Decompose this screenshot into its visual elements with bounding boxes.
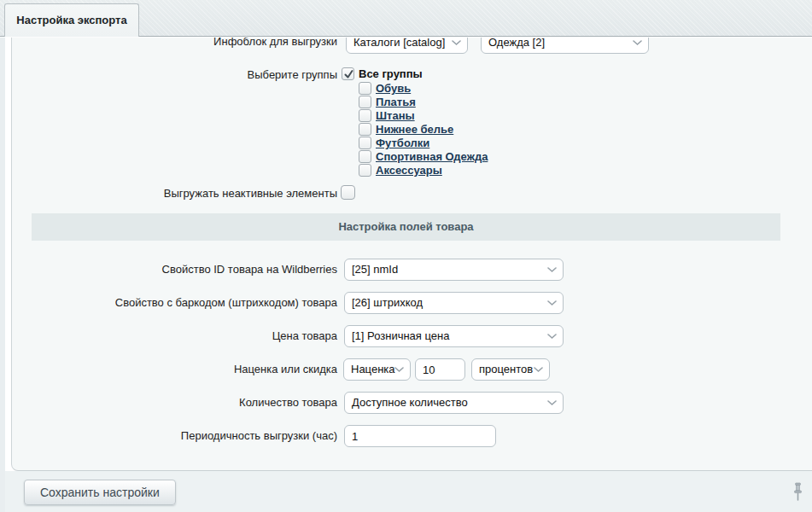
- export-settings-form: Инфоблок для выгрузки Каталоги [catalog]…: [11, 38, 812, 471]
- chevron-down-icon: [452, 40, 461, 46]
- markup-amount-input[interactable]: [415, 358, 465, 381]
- group-link[interactable]: Нижнее белье: [376, 123, 453, 137]
- group-link[interactable]: Обувь: [376, 82, 411, 96]
- markup-label: Наценка или скидка: [234, 363, 337, 376]
- group-link[interactable]: Футболки: [376, 137, 429, 150]
- nmid-label: Свойство ID товара на Wildberries: [162, 263, 337, 276]
- group-row: Аксессуары: [359, 164, 442, 177]
- group-row: Нижнее белье: [359, 123, 453, 137]
- markup-unit-select-value: процентов: [479, 363, 533, 375]
- nmid-select[interactable]: [25] nmId: [344, 259, 564, 281]
- quantity-select-value: Доступное количество: [352, 396, 468, 409]
- barcode-label: Свойство с баркодом (штрихкодом) товара: [115, 296, 337, 310]
- section-header: Настройка полей товара: [32, 213, 780, 241]
- group-row: Спортивная Одежда: [359, 150, 488, 164]
- nmid-select-value: [25] nmId: [352, 263, 398, 276]
- infoblock-select-value: Одежда [2]: [488, 38, 545, 49]
- markup-type-select-value: Наценка: [351, 363, 395, 375]
- section-header-title: Настройка полей товара: [338, 220, 473, 233]
- save-button[interactable]: Сохранить настройки: [24, 480, 176, 505]
- group-row-all: Все группы: [342, 67, 423, 81]
- group-row: Штаны: [359, 109, 415, 123]
- chevron-down-icon: [534, 367, 543, 373]
- barcode-select-value: [26] штрихкод: [352, 296, 423, 309]
- group-checkbox[interactable]: [359, 137, 371, 149]
- inactive-elements-checkbox[interactable]: [341, 185, 355, 200]
- infoblock-label: Инфоблок для выгрузки: [213, 38, 337, 49]
- price-select[interactable]: [1] Розничная цена: [344, 325, 564, 347]
- group-checkbox[interactable]: [359, 96, 371, 108]
- groups-label: Выберите группы: [248, 68, 337, 82]
- group-checkbox[interactable]: [359, 109, 371, 122]
- chevron-down-icon: [394, 367, 404, 373]
- group-link[interactable]: Штаны: [376, 109, 415, 123]
- infoblock-type-select[interactable]: Каталоги [catalog]: [346, 38, 468, 54]
- footer-bar: Сохранить настройки: [5, 471, 812, 512]
- group-link[interactable]: Аксессуары: [376, 164, 442, 177]
- all-groups-checkbox[interactable]: [342, 67, 354, 80]
- period-input[interactable]: [344, 425, 496, 447]
- tab-export-settings-label: Настройка экспорта: [16, 14, 126, 26]
- group-link[interactable]: Платья: [376, 96, 416, 109]
- group-row: Обувь: [359, 82, 411, 96]
- chevron-down-icon: [547, 300, 557, 306]
- infoblock-select[interactable]: Одежда [2]: [481, 38, 649, 54]
- group-checkbox[interactable]: [359, 82, 371, 95]
- tab-bar: Настройка экспорта: [0, 0, 812, 37]
- page-left-edge: [0, 38, 5, 512]
- quantity-label: Количество товара: [239, 396, 337, 410]
- markup-type-select[interactable]: Наценка: [343, 358, 411, 381]
- chevron-down-icon: [547, 400, 557, 406]
- group-checkbox[interactable]: [359, 164, 371, 177]
- price-select-value: [1] Розничная цена: [352, 329, 449, 342]
- markup-unit-select[interactable]: процентов: [471, 358, 550, 381]
- tab-export-settings[interactable]: Настройка экспорта: [4, 3, 139, 37]
- price-label: Цена товара: [272, 329, 337, 343]
- inactive-elements-label: Выгружать неактивные элементы: [164, 187, 337, 201]
- chevron-down-icon: [633, 40, 642, 46]
- period-label: Периодичность выгрузки (час): [181, 429, 337, 443]
- group-checkbox[interactable]: [359, 123, 371, 136]
- group-row: Футболки: [359, 137, 429, 150]
- quantity-select[interactable]: Доступное количество: [344, 392, 564, 414]
- barcode-select[interactable]: [26] штрихкод: [344, 292, 564, 314]
- group-link[interactable]: Спортивная Одежда: [376, 150, 488, 164]
- chevron-down-icon: [547, 267, 557, 273]
- infoblock-type-select-value: Каталоги [catalog]: [353, 38, 445, 49]
- check-icon: [343, 69, 354, 80]
- group-checkbox[interactable]: [359, 150, 371, 163]
- group-row: Платья: [359, 96, 416, 109]
- chevron-down-icon: [547, 334, 557, 340]
- pin-icon[interactable]: [792, 482, 803, 505]
- all-groups-label: Все группы: [359, 67, 423, 81]
